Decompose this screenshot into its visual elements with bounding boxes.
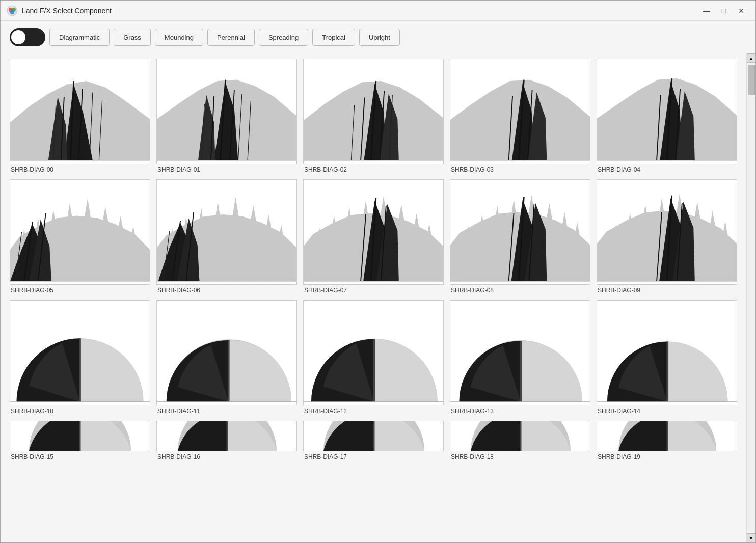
list-item[interactable]: SHRB-DIAG-02 <box>303 59 444 173</box>
plant-label: SHRB-DIAG-01 <box>156 166 297 173</box>
plant-label: SHRB-DIAG-08 <box>450 287 590 294</box>
plant-label: SHRB-DIAG-11 <box>156 408 297 415</box>
list-item[interactable]: SHRB-DIAG-04 <box>597 59 737 173</box>
list-item[interactable]: SHRB-DIAG-05 <box>10 179 150 294</box>
plant-thumbnail[interactable] <box>303 59 444 164</box>
plant-label: SHRB-DIAG-04 <box>597 166 737 173</box>
scrollbar: ▲ ▼ <box>746 53 755 542</box>
list-item[interactable]: SHRB-DIAG-07 <box>303 179 444 294</box>
plant-thumbnail[interactable] <box>303 421 444 451</box>
filter-upright[interactable]: Upright <box>359 29 400 46</box>
list-item[interactable]: SHRB-DIAG-14 <box>597 300 737 415</box>
scroll-thumb[interactable] <box>748 65 755 95</box>
plant-label: SHRB-DIAG-03 <box>450 166 590 173</box>
plant-thumbnail[interactable] <box>303 300 444 405</box>
window-title: Land F/X Select Component <box>22 7 698 15</box>
plant-thumbnail[interactable] <box>450 421 590 451</box>
plant-label: SHRB-DIAG-19 <box>597 453 737 460</box>
plant-thumbnail[interactable] <box>450 300 590 405</box>
plant-thumbnail[interactable] <box>450 59 590 164</box>
list-item[interactable]: SHRB-DIAG-06 <box>156 179 297 294</box>
list-item[interactable]: SHRB-DIAG-19 <box>597 421 737 460</box>
plant-thumbnail[interactable] <box>450 179 590 285</box>
plant-label: SHRB-DIAG-09 <box>597 287 737 294</box>
plant-label: SHRB-DIAG-12 <box>303 408 444 415</box>
plant-thumbnail[interactable] <box>156 421 297 451</box>
plant-thumbnail[interactable] <box>597 59 737 164</box>
plant-grid: SHRB-DIAG-00 <box>10 59 737 460</box>
title-bar: Land F/X Select Component — □ ✕ <box>1 1 755 21</box>
filter-grass[interactable]: Grass <box>114 29 151 46</box>
plant-label: SHRB-DIAG-00 <box>10 166 150 173</box>
filter-tropical[interactable]: Tropical <box>312 29 355 46</box>
list-item[interactable]: SHRB-DIAG-12 <box>303 300 444 415</box>
list-item[interactable]: SHRB-DIAG-11 <box>156 300 297 415</box>
main-window: Land F/X Select Component — □ ✕ Diagramm… <box>0 0 756 543</box>
plant-thumbnail[interactable] <box>597 179 737 285</box>
list-item[interactable]: SHRB-DIAG-00 <box>10 59 150 173</box>
plant-thumbnail[interactable] <box>597 300 737 405</box>
plant-label: SHRB-DIAG-07 <box>303 287 444 294</box>
list-item[interactable]: SHRB-DIAG-17 <box>303 421 444 460</box>
plant-thumbnail[interactable] <box>10 179 150 285</box>
grid-container[interactable]: SHRB-DIAG-00 <box>1 53 746 542</box>
list-item[interactable]: SHRB-DIAG-18 <box>450 421 590 460</box>
plant-thumbnail[interactable] <box>156 59 297 164</box>
plant-thumbnail[interactable] <box>156 300 297 405</box>
maximize-button[interactable]: □ <box>716 4 732 18</box>
plant-thumbnail[interactable] <box>10 421 150 451</box>
list-item[interactable]: SHRB-DIAG-03 <box>450 59 590 173</box>
plant-thumbnail[interactable] <box>156 179 297 285</box>
toolbar: Diagrammatic Grass Mounding Perennial Sp… <box>1 21 755 53</box>
list-item[interactable]: SHRB-DIAG-13 <box>450 300 590 415</box>
window-controls: — □ ✕ <box>698 4 749 18</box>
list-item[interactable]: SHRB-DIAG-08 <box>450 179 590 294</box>
list-item[interactable]: SHRB-DIAG-15 <box>10 421 150 460</box>
plant-thumbnail[interactable] <box>597 421 737 451</box>
scroll-down-button[interactable]: ▼ <box>747 533 756 542</box>
plant-label: SHRB-DIAG-06 <box>156 287 297 294</box>
content-area: SHRB-DIAG-00 <box>1 53 755 542</box>
plant-label: SHRB-DIAG-14 <box>597 408 737 415</box>
plant-label: SHRB-DIAG-13 <box>450 408 590 415</box>
filter-diagrammatic[interactable]: Diagrammatic <box>49 29 110 46</box>
view-toggle[interactable] <box>10 28 45 46</box>
minimize-button[interactable]: — <box>698 4 715 18</box>
plant-thumbnail[interactable] <box>10 59 150 164</box>
plant-thumbnail[interactable] <box>303 179 444 285</box>
filter-perennial[interactable]: Perennial <box>207 29 255 46</box>
list-item[interactable]: SHRB-DIAG-09 <box>597 179 737 294</box>
plant-label: SHRB-DIAG-10 <box>10 408 150 415</box>
app-icon <box>7 5 18 16</box>
list-item[interactable]: SHRB-DIAG-16 <box>156 421 297 460</box>
list-item[interactable]: SHRB-DIAG-01 <box>156 59 297 173</box>
plant-label: SHRB-DIAG-16 <box>156 453 297 460</box>
filter-spreading[interactable]: Spreading <box>259 29 308 46</box>
close-button[interactable]: ✕ <box>733 4 749 18</box>
plant-label: SHRB-DIAG-15 <box>10 453 150 460</box>
plant-label: SHRB-DIAG-18 <box>450 453 590 460</box>
plant-thumbnail[interactable] <box>10 300 150 405</box>
filter-mounding[interactable]: Mounding <box>155 29 203 46</box>
svg-point-3 <box>10 10 14 14</box>
plant-label: SHRB-DIAG-05 <box>10 287 150 294</box>
list-item[interactable]: SHRB-DIAG-10 <box>10 300 150 415</box>
scroll-up-button[interactable]: ▲ <box>747 53 756 63</box>
scroll-track[interactable] <box>747 63 755 533</box>
plant-label: SHRB-DIAG-02 <box>303 166 444 173</box>
plant-label: SHRB-DIAG-17 <box>303 453 444 460</box>
toggle-knob <box>11 30 25 44</box>
